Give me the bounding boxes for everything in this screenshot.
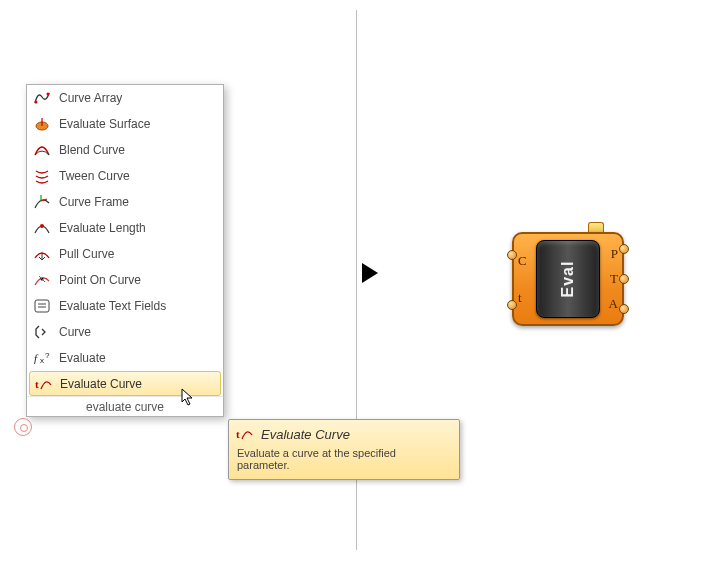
evaluate-fx-icon: fx? <box>33 349 51 367</box>
component-nickname-tab[interactable] <box>588 222 604 232</box>
menu-item-label: Curve Array <box>59 91 217 105</box>
menu-item-label: Pull Curve <box>59 247 217 261</box>
svg-point-1 <box>47 93 50 96</box>
menu-item-label: Curve <box>59 325 217 339</box>
evaluate-curve-icon: t <box>34 375 52 393</box>
component-name: Eval <box>559 261 577 298</box>
menu-item-curve[interactable]: Curve <box>27 319 223 345</box>
menu-item-tween-curve[interactable]: Tween Curve <box>27 163 223 189</box>
menu-item-label: Evaluate <box>59 351 217 365</box>
menu-item-evaluate-text-fields[interactable]: Evaluate Text Fields <box>27 293 223 319</box>
menu-item-label: Evaluate Curve <box>60 377 216 391</box>
tooltip-title: Evaluate Curve <box>261 427 350 442</box>
menu-item-label: Evaluate Text Fields <box>59 299 217 313</box>
svg-text:x: x <box>40 356 44 365</box>
menu-item-label: Tween Curve <box>59 169 217 183</box>
tooltip-description: Evaluate a curve at the specified parame… <box>235 447 451 471</box>
target-marker-icon <box>14 418 32 436</box>
evaluate-surface-icon <box>33 115 51 133</box>
input-column: C t <box>514 234 536 324</box>
evaluate-curve-icon: t <box>235 425 253 443</box>
svg-text:t: t <box>35 378 39 390</box>
evaluate-length-icon <box>33 219 51 237</box>
menu-item-evaluate-curve[interactable]: t Evaluate Curve <box>29 371 221 396</box>
component-evaluate-curve[interactable]: C t Eval P T A <box>512 232 624 326</box>
svg-text:f: f <box>34 352 39 364</box>
curve-array-icon <box>33 89 51 107</box>
menu-item-curve-array[interactable]: Curve Array <box>27 85 223 111</box>
point-on-curve-icon <box>33 271 51 289</box>
input-grip[interactable] <box>507 300 517 310</box>
menu-item-label: Blend Curve <box>59 143 217 157</box>
output-grip[interactable] <box>619 244 629 254</box>
menu-item-label: Curve Frame <box>59 195 217 209</box>
menu-item-label: Evaluate Length <box>59 221 217 235</box>
svg-point-0 <box>35 101 38 104</box>
component-body[interactable]: C t Eval P T A <box>512 232 624 326</box>
result-arrow-icon <box>362 263 378 283</box>
svg-text:?: ? <box>45 351 50 360</box>
component-search-popup: Curve Array Evaluate Surface Blend Curve… <box>26 84 224 417</box>
svg-rect-10 <box>35 300 49 312</box>
menu-item-point-on-curve[interactable]: Point On Curve <box>27 267 223 293</box>
component-capsule[interactable]: Eval <box>536 240 600 318</box>
pull-curve-icon <box>33 245 51 263</box>
menu-item-label: Evaluate Surface <box>59 117 217 131</box>
tooltip: t Evaluate Curve Evaluate a curve at the… <box>228 419 460 480</box>
menu-item-curve-frame[interactable]: Curve Frame <box>27 189 223 215</box>
blend-curve-icon <box>33 141 51 159</box>
menu-item-blend-curve[interactable]: Blend Curve <box>27 137 223 163</box>
tween-curve-icon <box>33 167 51 185</box>
output-grip[interactable] <box>619 304 629 314</box>
evaluate-text-icon <box>33 297 51 315</box>
curve-icon <box>33 323 51 341</box>
menu-item-pull-curve[interactable]: Pull Curve <box>27 241 223 267</box>
menu-item-evaluate-length[interactable]: Evaluate Length <box>27 215 223 241</box>
svg-point-6 <box>40 224 44 228</box>
search-text: evaluate curve <box>86 400 164 414</box>
search-input[interactable]: evaluate curve <box>27 396 223 416</box>
curve-frame-icon <box>33 193 51 211</box>
output-grip[interactable] <box>619 274 629 284</box>
menu-item-evaluate[interactable]: fx? Evaluate <box>27 345 223 371</box>
input-grip[interactable] <box>507 250 517 260</box>
menu-item-evaluate-surface[interactable]: Evaluate Surface <box>27 111 223 137</box>
menu-item-label: Point On Curve <box>59 273 217 287</box>
svg-text:t: t <box>236 428 240 440</box>
